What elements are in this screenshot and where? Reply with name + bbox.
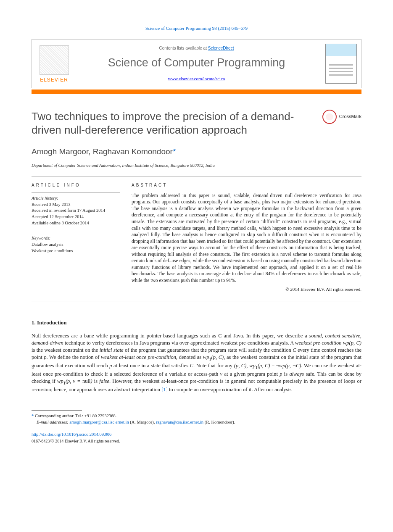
affiliation: Department of Computer Science and Autom…: [32, 163, 361, 176]
email-link-1[interactable]: amogh.margoor@csa.iisc.ernet.in: [69, 420, 129, 424]
history-label: Article history:: [32, 195, 120, 202]
sciencedirect-link[interactable]: ScienceDirect: [208, 46, 234, 50]
journal-header: ELSEVIER Contents lists available at Sci…: [32, 39, 361, 88]
footnote-rule: [32, 410, 82, 411]
keywords-block: Keywords: Dataflow analysis Weakest pre-…: [32, 233, 120, 254]
accepted-date: Accepted 12 September 2014: [32, 214, 120, 220]
keyword-1: Dataflow analysis: [32, 242, 120, 248]
issn-copyright: 0167-6423/© 2014 Elsevier B.V. All right…: [32, 438, 361, 444]
abstract-heading: ABSTRACT: [132, 182, 361, 188]
introduction-body: Null-dereferences are a bane while progr…: [32, 332, 361, 394]
orange-divider: [32, 90, 361, 94]
corresponding-star-icon[interactable]: *: [173, 147, 176, 156]
crossmark-widget[interactable]: CrossMark: [322, 110, 361, 124]
received-date: Received 3 May 2013: [32, 202, 120, 208]
article-info-heading: ARTICLE INFO: [32, 182, 120, 188]
journal-homepage-link[interactable]: www.elsevier.com/locate/scico: [168, 76, 225, 81]
footnotes-block: * Corresponding author. Tel.: +91 80 229…: [32, 413, 361, 425]
crossmark-icon: [322, 110, 337, 124]
author-names: Amogh Margoor, Raghavan Komondoor: [32, 147, 173, 156]
revised-date: Received in revised form 17 August 2014: [32, 208, 120, 214]
keywords-label: Keywords:: [32, 235, 120, 242]
publisher-logo[interactable]: ELSEVIER: [36, 44, 72, 84]
abstract-copyright: © 2014 Elsevier B.V. All rights reserved…: [132, 286, 361, 292]
doi-link[interactable]: http://dx.doi.org/10.1016/j.scico.2014.0…: [32, 432, 111, 437]
contents-text: Contents lists available at: [159, 46, 208, 50]
author-list: Amogh Margoor, Raghavan Komondoor*: [32, 146, 361, 157]
citation-line[interactable]: Science of Computer Programming 98 (2015…: [32, 25, 361, 32]
contents-lists-line: Contents lists available at ScienceDirec…: [78, 45, 315, 51]
email-link-2[interactable]: raghavan@csa.iisc.ernet.in: [156, 420, 203, 424]
keyword-2: Weakest pre-conditions: [32, 248, 120, 254]
doi-block: http://dx.doi.org/10.1016/j.scico.2014.0…: [32, 432, 361, 437]
crossmark-label: CrossMark: [339, 113, 361, 120]
journal-title: Science of Computer Programming: [78, 55, 315, 70]
email-2-person: (R. Komondoor).: [205, 420, 235, 424]
article-history-block: Article history: Received 3 May 2013 Rec…: [32, 192, 120, 226]
corresponding-author-note: Corresponding author. Tel.: +91 80 22932…: [35, 413, 117, 418]
email-1-person: (A. Margoor),: [130, 420, 155, 424]
journal-cover-thumbnail[interactable]: [325, 44, 357, 84]
paper-title: Two techniques to improve the precision …: [32, 110, 301, 137]
publisher-name: ELSEVIER: [40, 76, 68, 83]
footnote-star-icon: *: [32, 413, 34, 418]
abstract-text: The problem addressed in this paper is s…: [132, 192, 361, 284]
elsevier-tree-icon: [40, 45, 69, 75]
email-label: E-mail addresses:: [37, 420, 69, 424]
section-1-heading: 1. Introduction: [32, 319, 361, 327]
online-date: Available online 8 October 2014: [32, 220, 120, 226]
